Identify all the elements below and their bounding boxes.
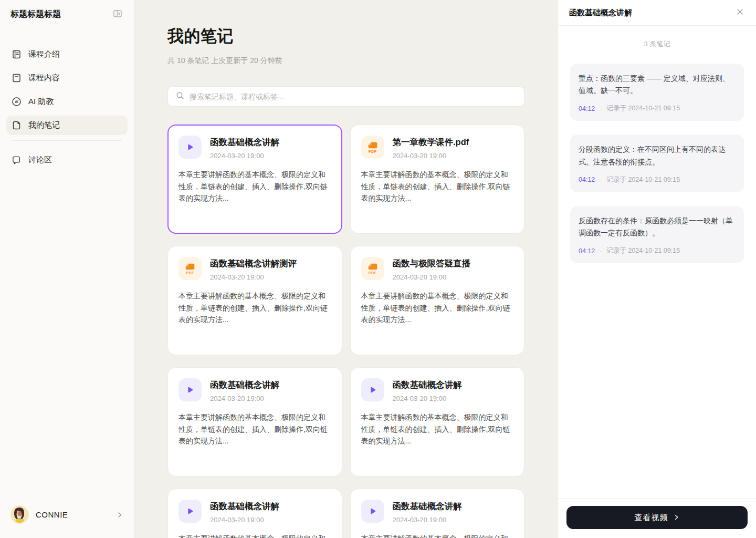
card-title: 第一章教学课件.pdf xyxy=(393,137,469,148)
card-description: 本章主要讲解函数的基本概念、极限的定义和性质，单链表的创建、插入、删除操作,双向… xyxy=(178,290,331,326)
note-card-video[interactable]: 函数基础概念讲解 2024-03-20 19:00 本章主要讲解函数的基本概念、… xyxy=(350,367,525,477)
sidebar-item-ai-assistant[interactable]: AI AI 助教 xyxy=(6,92,128,111)
pdf-icon: PDF xyxy=(361,257,384,280)
timeline-note[interactable]: 反函数存在的条件：原函数必须是一一映射（单调函数一定有反函数）。 04:12 ·… xyxy=(570,206,744,263)
note-timestamp[interactable]: 04:12 xyxy=(579,176,595,183)
search-input[interactable] xyxy=(190,92,516,101)
card-date: 2024-03-20 19:00 xyxy=(210,395,279,402)
pdf-icon: PDF xyxy=(361,136,384,159)
close-panel-button[interactable] xyxy=(735,7,745,18)
sidebar-item-course-intro[interactable]: 课程介绍 xyxy=(6,45,128,64)
sidebar: 标题标题标题 课程介绍 课程内容 xyxy=(0,0,134,538)
pdf-icon-label: PDF xyxy=(186,271,194,275)
notes-grid: 函数基础概念讲解 2024-03-20 19:00 本章主要讲解函数的基本概念、… xyxy=(167,125,524,538)
card-description: 本章主要讲解函数的基本概念、极限的定义和性质，单链表的创建、插入、删除操作,双向… xyxy=(178,533,331,538)
card-date: 2024-03-20 19:00 xyxy=(210,273,297,281)
pdf-icon: PDF xyxy=(178,257,202,280)
sidebar-nav: 课程介绍 课程内容 AI AI 助教 xyxy=(0,28,134,174)
notebook-icon xyxy=(12,120,22,130)
play-icon xyxy=(178,500,202,523)
card-description: 本章主要讲解函数的基本概念、极限的定义和性质，单链表的创建、插入、删除操作,双向… xyxy=(361,169,514,204)
page-title: 我的笔记 xyxy=(167,25,524,47)
note-recorded-at: 记录于 2024-10-21 09:15 xyxy=(606,175,680,184)
svg-text:AI: AI xyxy=(15,100,18,104)
note-recorded-at: 记录于 2024-10-21 09:15 xyxy=(606,246,680,255)
card-date: 2024-03-20 19:00 xyxy=(393,395,462,402)
chevron-right-icon xyxy=(116,511,123,519)
panel-title: 函数基础概念讲解 xyxy=(569,8,632,18)
play-icon xyxy=(361,378,384,401)
collapse-sidebar-button[interactable] xyxy=(112,8,123,21)
sidebar-item-label: 课程内容 xyxy=(28,73,60,83)
note-recorded-at: 记录于 2024-10-21 09:15 xyxy=(606,104,680,113)
sidebar-item-course-content[interactable]: 课程内容 xyxy=(6,68,128,88)
ai-chat-icon: AI xyxy=(12,97,22,107)
panel-header: 函数基础概念讲解 xyxy=(558,0,756,26)
notes-count: 3 条笔记 xyxy=(570,39,744,49)
card-title: 函数基础概念讲解 xyxy=(210,501,279,512)
user-profile-row[interactable]: CONNIE xyxy=(0,496,134,538)
card-description: 本章主要讲解函数的基本概念、极限的定义和性质，单链表的创建、插入、删除操作,双向… xyxy=(178,411,331,447)
notes-summary: 共 10 条笔记 上次更新于 20 分钟前 xyxy=(167,56,524,66)
notes-detail-panel: 函数基础概念讲解 3 条笔记 重点：函数的三要素 —— 定义域、对应法则、值域。… xyxy=(558,0,756,538)
card-date: 2024-03-20 19:00 xyxy=(393,273,471,281)
sidebar-item-label: 我的笔记 xyxy=(28,120,60,130)
separator-dot: · xyxy=(600,176,602,183)
chevron-right-icon xyxy=(673,513,680,522)
view-video-button[interactable]: 查看视频 xyxy=(566,506,748,529)
play-icon xyxy=(178,136,202,159)
card-title: 函数基础概念讲解 xyxy=(393,501,462,512)
card-date: 2024-03-20 19:00 xyxy=(210,516,279,524)
note-text: 分段函数的定义：在不同区间上有不同的表达式。注意各段的衔接点。 xyxy=(579,143,736,168)
panel-collapse-icon xyxy=(113,9,122,20)
note-timestamp[interactable]: 04:12 xyxy=(579,105,595,112)
note-text: 重点：函数的三要素 —— 定义域、对应法则、值域。缺一不可。 xyxy=(579,73,736,97)
note-card-video[interactable]: 函数基础概念讲解 2024-03-20 19:00 本章主要讲解函数的基本概念、… xyxy=(167,367,342,477)
card-description: 本章主要讲解函数的基本概念、极限的定义和性质，单链表的创建、插入、删除操作,双向… xyxy=(361,411,514,447)
note-card-video-selected[interactable]: 函数基础概念讲解 2024-03-20 19:00 本章主要讲解函数的基本概念、… xyxy=(167,125,342,234)
timeline-note[interactable]: 重点：函数的三要素 —— 定义域、对应法则、值域。缺一不可。 04:12 · 记… xyxy=(570,64,744,121)
document-icon xyxy=(12,73,22,83)
card-description: 本章主要讲解函数的基本概念、极限的定义和性质，单链表的创建、插入、删除操作,双向… xyxy=(361,290,514,326)
sidebar-item-my-notes[interactable]: 我的笔记 xyxy=(6,116,128,135)
note-card-pdf[interactable]: PDF 函数与极限答疑直播 2024-03-20 19:00 本章主要讲解函数的… xyxy=(350,246,525,355)
close-icon xyxy=(736,8,744,17)
sidebar-item-discussion[interactable]: 讨论区 xyxy=(6,150,128,170)
sidebar-divider xyxy=(12,140,122,141)
card-title: 函数基础概念讲解 xyxy=(210,379,279,391)
sidebar-item-label: AI 助教 xyxy=(28,97,54,107)
user-name: CONNIE xyxy=(36,510,68,519)
card-description: 本章主要讲解函数的基本概念、极限的定义和性质，单链表的创建、插入、删除操作,双向… xyxy=(178,169,331,204)
card-title: 函数基础概念讲解 xyxy=(393,379,462,391)
play-icon xyxy=(361,500,384,523)
sidebar-item-label: 讨论区 xyxy=(28,155,52,165)
play-icon xyxy=(178,378,202,401)
note-timestamp[interactable]: 04:12 xyxy=(579,247,595,255)
book-icon xyxy=(12,49,22,59)
card-date: 2024-03-20 19:00 xyxy=(393,516,462,524)
view-video-label: 查看视频 xyxy=(635,513,668,523)
discussion-icon xyxy=(12,155,22,165)
card-description: 本章主要讲解函数的基本概念、极限的定义和性质，单链表的创建、插入、删除操作,双向… xyxy=(361,533,514,538)
note-card-pdf[interactable]: PDF 第一章教学课件.pdf 2024-03-20 19:00 本章主要讲解函… xyxy=(350,125,525,234)
search-icon xyxy=(176,91,184,102)
note-text: 反函数存在的条件：原函数必须是一一映射（单调函数一定有反函数）。 xyxy=(579,215,736,239)
note-card-video[interactable]: 函数基础概念讲解 2024-03-20 19:00 本章主要讲解函数的基本概念、… xyxy=(167,489,342,538)
card-title: 函数基础概念讲解测评 xyxy=(210,258,297,270)
card-title: 函数与极限答疑直播 xyxy=(393,258,471,270)
note-card-pdf[interactable]: PDF 函数基础概念讲解测评 2024-03-20 19:00 本章主要讲解函数… xyxy=(167,246,342,355)
panel-body: 3 条笔记 重点：函数的三要素 —— 定义域、对应法则、值域。缺一不可。 04:… xyxy=(558,26,756,498)
pdf-icon-label: PDF xyxy=(369,271,377,275)
note-card-video[interactable]: 函数基础概念讲解 2024-03-20 19:00 本章主要讲解函数的基本概念、… xyxy=(350,489,525,538)
separator-dot: · xyxy=(600,247,602,255)
card-title: 函数基础概念讲解 xyxy=(210,137,279,148)
sidebar-item-label: 课程介绍 xyxy=(28,49,60,59)
card-date: 2024-03-20 19:00 xyxy=(393,152,469,160)
app-title: 标题标题标题 xyxy=(10,9,61,20)
timeline-note[interactable]: 分段函数的定义：在不同区间上有不同的表达式。注意各段的衔接点。 04:12 · … xyxy=(570,134,744,192)
separator-dot: · xyxy=(600,105,602,112)
avatar xyxy=(10,505,29,524)
pdf-icon-label: PDF xyxy=(369,150,377,153)
sidebar-header: 标题标题标题 xyxy=(0,0,134,28)
search-bar xyxy=(167,86,524,107)
